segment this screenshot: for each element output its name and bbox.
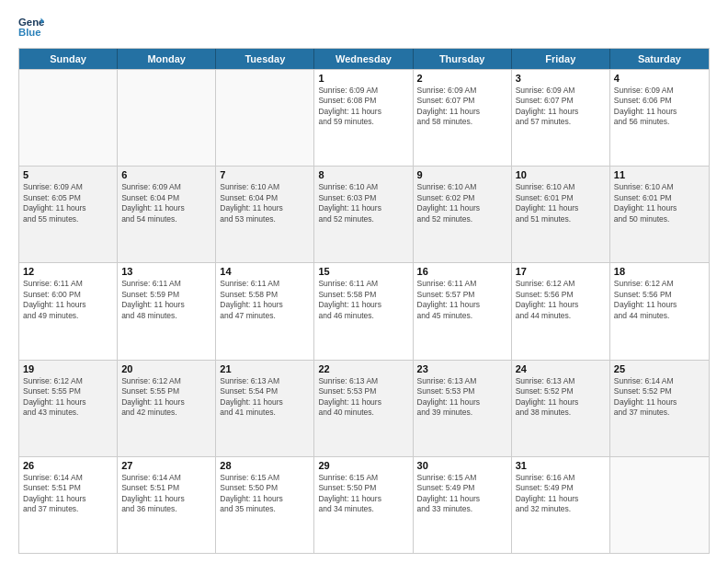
day-number: 8 <box>318 169 408 180</box>
day-number: 21 <box>220 363 310 374</box>
day-number: 24 <box>516 363 606 374</box>
day-number: 23 <box>417 363 507 374</box>
day-info: Sunrise: 6:14 AM Sunset: 5:51 PM Dayligh… <box>121 473 211 515</box>
day-number: 2 <box>417 73 507 84</box>
weekday-header: Wednesday <box>314 49 413 69</box>
day-info: Sunrise: 6:13 AM Sunset: 5:53 PM Dayligh… <box>318 376 408 419</box>
header: General Blue <box>18 15 710 40</box>
day-number: 10 <box>516 169 606 180</box>
weekday-header: Sunday <box>19 49 118 69</box>
day-info: Sunrise: 6:09 AM Sunset: 6:04 PM Dayligh… <box>121 182 211 224</box>
day-info: Sunrise: 6:14 AM Sunset: 5:52 PM Dayligh… <box>614 376 705 419</box>
day-number: 13 <box>121 266 211 277</box>
day-number: 25 <box>614 363 705 374</box>
page: General Blue SundayMondayTuesdayWednesda… <box>0 0 728 563</box>
calendar-cell: 27Sunrise: 6:14 AM Sunset: 5:51 PM Dayli… <box>118 457 216 553</box>
calendar-cell <box>216 70 314 166</box>
day-info: Sunrise: 6:13 AM Sunset: 5:52 PM Dayligh… <box>516 376 606 419</box>
day-number: 28 <box>220 460 310 471</box>
day-info: Sunrise: 6:09 AM Sunset: 6:06 PM Dayligh… <box>614 86 705 128</box>
day-number: 29 <box>318 460 408 471</box>
day-info: Sunrise: 6:15 AM Sunset: 5:50 PM Dayligh… <box>318 473 408 515</box>
calendar-cell: 12Sunrise: 6:11 AM Sunset: 6:00 PM Dayli… <box>19 263 118 359</box>
day-info: Sunrise: 6:15 AM Sunset: 5:50 PM Dayligh… <box>220 473 310 515</box>
day-number: 18 <box>614 266 705 277</box>
calendar: SundayMondayTuesdayWednesdayThursdayFrid… <box>18 48 710 554</box>
day-info: Sunrise: 6:14 AM Sunset: 5:51 PM Dayligh… <box>23 473 113 515</box>
calendar-cell: 17Sunrise: 6:12 AM Sunset: 5:56 PM Dayli… <box>512 263 610 359</box>
calendar-cell: 15Sunrise: 6:11 AM Sunset: 5:58 PM Dayli… <box>314 263 413 359</box>
calendar-cell: 8Sunrise: 6:10 AM Sunset: 6:03 PM Daylig… <box>314 167 413 262</box>
day-number: 4 <box>614 73 705 84</box>
day-number: 31 <box>516 460 606 471</box>
calendar-cell: 16Sunrise: 6:11 AM Sunset: 5:57 PM Dayli… <box>414 263 512 359</box>
calendar-cell: 2Sunrise: 6:09 AM Sunset: 6:07 PM Daylig… <box>414 70 512 166</box>
day-info: Sunrise: 6:10 AM Sunset: 6:04 PM Dayligh… <box>220 182 310 224</box>
calendar-cell: 6Sunrise: 6:09 AM Sunset: 6:04 PM Daylig… <box>118 167 216 262</box>
calendar-cell: 19Sunrise: 6:12 AM Sunset: 5:55 PM Dayli… <box>19 361 118 456</box>
calendar-cell: 18Sunrise: 6:12 AM Sunset: 5:56 PM Dayli… <box>610 263 709 359</box>
day-number: 16 <box>417 266 507 277</box>
calendar-cell: 3Sunrise: 6:09 AM Sunset: 6:07 PM Daylig… <box>512 70 610 166</box>
weekday-header: Friday <box>512 49 610 69</box>
day-number: 9 <box>417 169 507 180</box>
calendar-cell: 30Sunrise: 6:15 AM Sunset: 5:49 PM Dayli… <box>414 457 512 553</box>
day-info: Sunrise: 6:15 AM Sunset: 5:49 PM Dayligh… <box>417 473 507 515</box>
calendar-cell: 29Sunrise: 6:15 AM Sunset: 5:50 PM Dayli… <box>314 457 413 553</box>
calendar-cell <box>19 70 118 166</box>
day-info: Sunrise: 6:12 AM Sunset: 5:56 PM Dayligh… <box>516 279 606 321</box>
day-info: Sunrise: 6:11 AM Sunset: 5:57 PM Dayligh… <box>417 279 507 321</box>
day-number: 14 <box>220 266 310 277</box>
logo: General Blue <box>18 15 44 40</box>
calendar-cell: 5Sunrise: 6:09 AM Sunset: 6:05 PM Daylig… <box>19 167 118 262</box>
day-number: 20 <box>121 363 211 374</box>
weekday-header: Monday <box>118 49 216 69</box>
calendar-row: 19Sunrise: 6:12 AM Sunset: 5:55 PM Dayli… <box>19 360 709 456</box>
calendar-cell: 22Sunrise: 6:13 AM Sunset: 5:53 PM Dayli… <box>314 361 413 456</box>
day-info: Sunrise: 6:10 AM Sunset: 6:03 PM Dayligh… <box>318 182 408 224</box>
day-number: 11 <box>614 169 705 180</box>
weekday-header: Saturday <box>610 49 709 69</box>
day-number: 30 <box>417 460 507 471</box>
day-info: Sunrise: 6:16 AM Sunset: 5:49 PM Dayligh… <box>516 473 606 515</box>
day-info: Sunrise: 6:10 AM Sunset: 6:01 PM Dayligh… <box>614 182 705 224</box>
calendar-cell: 13Sunrise: 6:11 AM Sunset: 5:59 PM Dayli… <box>118 263 216 359</box>
day-info: Sunrise: 6:12 AM Sunset: 5:56 PM Dayligh… <box>614 279 705 321</box>
day-number: 22 <box>318 363 408 374</box>
calendar-row: 26Sunrise: 6:14 AM Sunset: 5:51 PM Dayli… <box>19 456 709 553</box>
day-number: 19 <box>23 363 113 374</box>
day-number: 27 <box>121 460 211 471</box>
day-info: Sunrise: 6:09 AM Sunset: 6:08 PM Dayligh… <box>318 86 408 128</box>
calendar-row: 12Sunrise: 6:11 AM Sunset: 6:00 PM Dayli… <box>19 262 709 359</box>
day-number: 1 <box>318 73 408 84</box>
day-number: 12 <box>23 266 113 277</box>
day-info: Sunrise: 6:11 AM Sunset: 5:58 PM Dayligh… <box>318 279 408 321</box>
calendar-body: 1Sunrise: 6:09 AM Sunset: 6:08 PM Daylig… <box>19 69 709 553</box>
calendar-cell: 9Sunrise: 6:10 AM Sunset: 6:02 PM Daylig… <box>414 167 512 262</box>
weekday-header: Tuesday <box>216 49 314 69</box>
day-number: 5 <box>23 169 113 180</box>
day-number: 6 <box>121 169 211 180</box>
day-number: 15 <box>318 266 408 277</box>
day-number: 17 <box>516 266 606 277</box>
calendar-cell <box>118 70 216 166</box>
calendar-cell: 1Sunrise: 6:09 AM Sunset: 6:08 PM Daylig… <box>314 70 413 166</box>
calendar-cell: 23Sunrise: 6:13 AM Sunset: 5:53 PM Dayli… <box>414 361 512 456</box>
day-number: 7 <box>220 169 310 180</box>
day-info: Sunrise: 6:10 AM Sunset: 6:02 PM Dayligh… <box>417 182 507 224</box>
day-info: Sunrise: 6:10 AM Sunset: 6:01 PM Dayligh… <box>516 182 606 224</box>
calendar-cell: 11Sunrise: 6:10 AM Sunset: 6:01 PM Dayli… <box>610 167 709 262</box>
calendar-row: 5Sunrise: 6:09 AM Sunset: 6:05 PM Daylig… <box>19 166 709 262</box>
day-info: Sunrise: 6:09 AM Sunset: 6:05 PM Dayligh… <box>23 182 113 224</box>
calendar-cell: 4Sunrise: 6:09 AM Sunset: 6:06 PM Daylig… <box>610 70 709 166</box>
day-info: Sunrise: 6:12 AM Sunset: 5:55 PM Dayligh… <box>121 376 211 419</box>
day-info: Sunrise: 6:11 AM Sunset: 6:00 PM Dayligh… <box>23 279 113 321</box>
calendar-cell: 31Sunrise: 6:16 AM Sunset: 5:49 PM Dayli… <box>512 457 610 553</box>
calendar-cell <box>610 457 709 553</box>
calendar-cell: 21Sunrise: 6:13 AM Sunset: 5:54 PM Dayli… <box>216 361 314 456</box>
day-info: Sunrise: 6:13 AM Sunset: 5:53 PM Dayligh… <box>417 376 507 419</box>
calendar-cell: 10Sunrise: 6:10 AM Sunset: 6:01 PM Dayli… <box>512 167 610 262</box>
weekday-header: Thursday <box>414 49 512 69</box>
day-info: Sunrise: 6:12 AM Sunset: 5:55 PM Dayligh… <box>23 376 113 419</box>
calendar-row: 1Sunrise: 6:09 AM Sunset: 6:08 PM Daylig… <box>19 69 709 166</box>
